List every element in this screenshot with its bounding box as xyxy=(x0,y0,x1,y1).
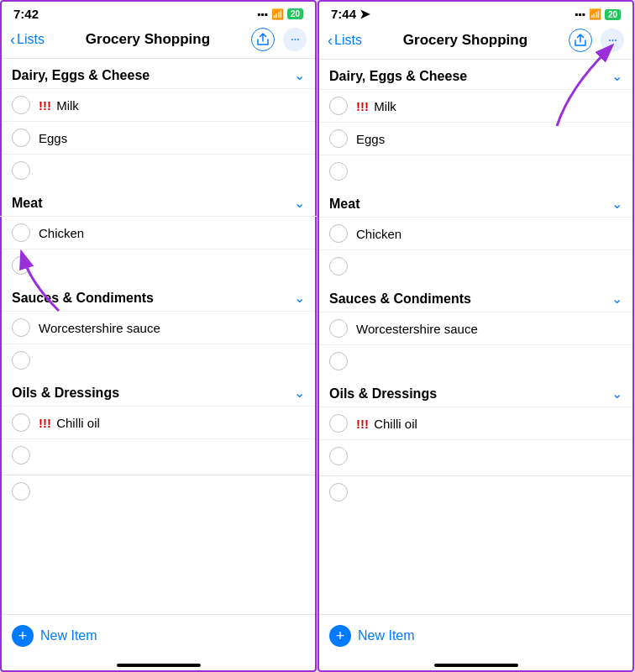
nav-title-left: Grocery Shopping xyxy=(86,31,210,48)
meat-chevron-left[interactable]: ⌄ xyxy=(294,195,305,211)
list-item-milk-right: !!! Milk xyxy=(318,89,634,122)
time-left: 7:42 xyxy=(13,7,39,21)
back-button-right[interactable]: ‹ Lists xyxy=(328,32,362,50)
check-empty-sauces-left[interactable] xyxy=(12,351,30,370)
new-item-bar-right: + New Item xyxy=(318,614,634,657)
new-item-label-left[interactable]: New Item xyxy=(40,628,97,643)
new-item-icon-right[interactable]: + xyxy=(329,625,351,647)
status-icons-left: ▪▪▪ 📶 20 xyxy=(257,8,303,20)
more-icon-right: ··· xyxy=(608,33,617,48)
home-indicator-right xyxy=(318,657,634,672)
chilli-text-right: !!! Chilli oil xyxy=(356,417,417,431)
share-button-left[interactable] xyxy=(251,28,275,51)
list-item-milk-left: !!! Milk xyxy=(0,88,317,121)
oils-chevron-left[interactable]: ⌄ xyxy=(294,385,305,401)
list-item-empty-dairy-right xyxy=(318,155,634,187)
back-chevron-left: ‹ xyxy=(10,31,15,49)
content-left: Dairy, Eggs & Cheese ⌄ !!! Milk Eggs Mea… xyxy=(0,59,317,614)
check-milk-right[interactable] xyxy=(329,97,348,115)
check-milk-left[interactable] xyxy=(12,96,30,114)
more-button-right[interactable]: ··· xyxy=(601,29,624,52)
check-extra-empty-left[interactable] xyxy=(12,482,30,501)
chicken-text-right: Chicken xyxy=(356,227,401,241)
section-dairy-title-right: Dairy, Eggs & Cheese xyxy=(329,69,467,84)
new-item-label-right[interactable]: New Item xyxy=(358,628,415,643)
check-chicken-left[interactable] xyxy=(12,223,30,242)
sauces-chevron-right[interactable]: ⌄ xyxy=(611,291,622,307)
section-dairy-header-left: Dairy, Eggs & Cheese ⌄ xyxy=(0,59,317,88)
check-worcestershire-left[interactable] xyxy=(12,318,30,337)
time-right: 7:44 ➤ xyxy=(331,7,370,22)
status-bar-left: 7:42 ▪▪▪ 📶 20 xyxy=(0,0,317,24)
list-item-eggs-left: Eggs xyxy=(0,121,317,154)
back-label-left: Lists xyxy=(17,32,45,47)
share-icon-right xyxy=(575,34,586,47)
list-item-empty-meat-left xyxy=(0,249,317,281)
battery-left: 20 xyxy=(287,8,303,19)
share-button-right[interactable] xyxy=(569,29,592,52)
left-phone-panel: 7:42 ▪▪▪ 📶 20 ‹ Lists Grocery Shopping ·… xyxy=(0,0,318,672)
check-empty-sauces-right[interactable] xyxy=(329,352,348,370)
nav-bar-left: ‹ Lists Grocery Shopping ··· xyxy=(0,24,317,59)
list-item-eggs-right: Eggs xyxy=(318,122,634,155)
list-item-chicken-left: Chicken xyxy=(0,216,317,249)
list-item-chicken-right: Chicken xyxy=(318,217,634,249)
status-bar-right: 7:44 ➤ ▪▪▪ 📶 20 xyxy=(318,0,634,25)
check-empty-meat-right[interactable] xyxy=(329,257,348,276)
section-oils-title-left: Oils & Dressings xyxy=(12,386,119,401)
back-button-left[interactable]: ‹ Lists xyxy=(10,31,45,49)
list-item-extra-empty-right xyxy=(318,475,634,508)
priority-chilli-left: !!! xyxy=(39,416,51,430)
check-eggs-left[interactable] xyxy=(12,129,30,147)
priority-milk-right: !!! xyxy=(356,99,369,113)
section-sauces-header-left: Sauces & Condiments ⌄ xyxy=(0,281,317,311)
new-item-icon-left[interactable]: + xyxy=(12,625,34,647)
check-eggs-right[interactable] xyxy=(329,129,348,148)
nav-actions-left: ··· xyxy=(251,28,307,51)
section-meat-title-left: Meat xyxy=(12,196,42,211)
more-button-left[interactable]: ··· xyxy=(283,28,307,51)
check-empty-oils-right[interactable] xyxy=(329,447,348,465)
check-chilli-left[interactable] xyxy=(12,413,30,432)
home-indicator-left xyxy=(0,657,317,672)
signal-icon-right: ▪▪▪ xyxy=(575,8,585,20)
share-icon-left xyxy=(257,33,269,46)
content-right: Dairy, Eggs & Cheese ⌄ !!! Milk Eggs Mea… xyxy=(318,60,634,614)
check-empty-meat-left[interactable] xyxy=(12,256,30,275)
more-icon-left: ··· xyxy=(291,32,299,47)
new-item-bar-left: + New Item xyxy=(0,614,317,657)
home-bar-right xyxy=(434,664,518,667)
battery-right: 20 xyxy=(605,9,621,20)
check-chilli-right[interactable] xyxy=(329,414,348,433)
list-item-worcestershire-right: Worcestershire sauce xyxy=(318,312,634,344)
nav-title-right: Grocery Shopping xyxy=(403,32,527,49)
oils-chevron-right[interactable]: ⌄ xyxy=(611,386,622,402)
section-meat-title-right: Meat xyxy=(329,197,359,212)
list-item-empty-sauces-left xyxy=(0,344,317,376)
back-label-right: Lists xyxy=(334,33,362,48)
check-chicken-right[interactable] xyxy=(329,224,348,243)
check-empty-oils-left[interactable] xyxy=(12,446,30,465)
list-item-worcestershire-left: Worcestershire sauce xyxy=(0,311,317,344)
list-item-empty-oils-left xyxy=(0,438,317,471)
wifi-icon-left: 📶 xyxy=(271,8,284,20)
signal-icon-left: ▪▪▪ xyxy=(257,8,268,20)
nav-actions-right: ··· xyxy=(569,29,624,52)
check-empty-dairy-left[interactable] xyxy=(12,161,30,180)
nav-bar-right: ‹ Lists Grocery Shopping ··· xyxy=(318,25,634,60)
meat-chevron-right[interactable]: ⌄ xyxy=(611,196,622,212)
milk-text-left: !!! Milk xyxy=(39,98,79,113)
list-item-chilli-right: !!! Chilli oil xyxy=(318,407,634,439)
dairy-chevron-right[interactable]: ⌄ xyxy=(611,68,622,84)
check-extra-empty-right[interactable] xyxy=(329,483,348,501)
chicken-text-left: Chicken xyxy=(39,226,84,240)
section-sauces-title-left: Sauces & Condiments xyxy=(12,291,154,306)
sauces-chevron-left[interactable]: ⌄ xyxy=(294,290,305,306)
check-worcestershire-right[interactable] xyxy=(329,319,348,338)
list-item-empty-meat-right xyxy=(318,249,634,282)
list-item-empty-sauces-right xyxy=(318,344,634,377)
dairy-chevron-left[interactable]: ⌄ xyxy=(294,67,305,83)
worcestershire-text-right: Worcestershire sauce xyxy=(356,322,478,336)
right-phone-panel: 7:44 ➤ ▪▪▪ 📶 20 ‹ Lists Grocery Shopping… xyxy=(318,0,635,672)
check-empty-dairy-right[interactable] xyxy=(329,162,348,181)
